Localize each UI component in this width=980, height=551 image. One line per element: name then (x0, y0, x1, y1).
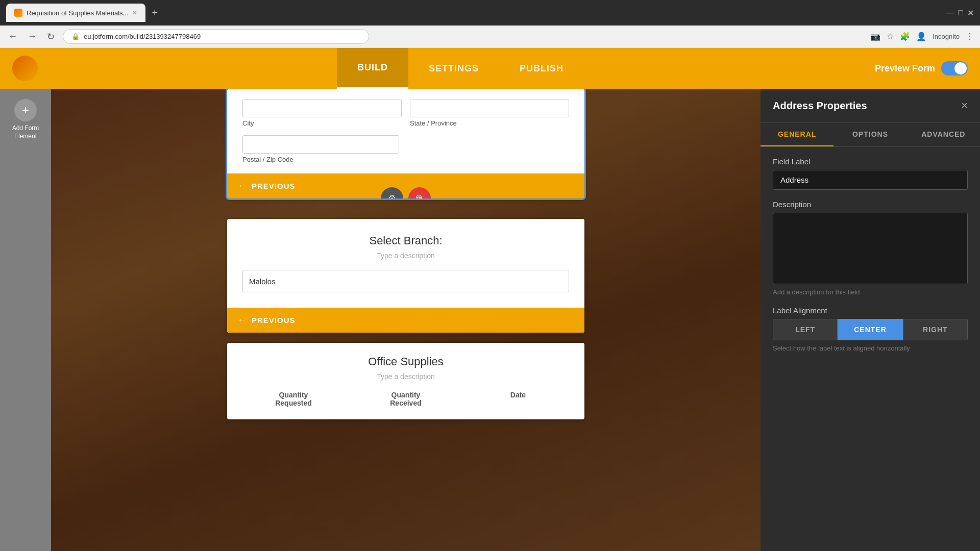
tab-advanced[interactable]: ADVANCED (907, 123, 980, 146)
browser-icons: 📷 ☆ 🧩 👤 Incognito ⋮ (870, 32, 974, 41)
tab-title: Requisition of Supplies Materials... (27, 9, 128, 17)
table-headers: QuantityRequested QuantityReceived Date (242, 391, 569, 407)
branch-input[interactable] (242, 270, 569, 292)
left-sidebar: + Add FormElement (0, 89, 51, 551)
refresh-btn[interactable]: ↻ (45, 29, 57, 44)
alignment-buttons: LEFT CENTER RIGHT (773, 319, 968, 340)
tab-bar: Requisition of Supplies Materials... ✕ + (6, 4, 942, 22)
new-tab-btn[interactable]: + (148, 5, 162, 21)
branch-prev-arrow: ← (237, 315, 247, 325)
properties-panel: Address Properties × GENERAL OPTIONS ADV… (761, 89, 980, 551)
back-btn[interactable]: ← (6, 29, 19, 44)
settings-float-btn[interactable]: ⚙ (381, 187, 403, 198)
tab-general[interactable]: GENERAL (761, 123, 834, 146)
office-card-body: Office Supplies Type a description Quant… (227, 343, 584, 419)
add-form-label: Add FormElement (12, 124, 39, 140)
state-field: State / Province (410, 99, 569, 127)
state-input[interactable] (410, 99, 569, 117)
panel-close-btn[interactable]: × (961, 99, 968, 112)
main-nav: BUILD SETTINGS PUBLISH (46, 48, 875, 89)
align-left-btn[interactable]: LEFT (773, 319, 838, 340)
delete-float-btn[interactable]: 🗑 (408, 187, 431, 198)
office-desc: Type a description (242, 372, 569, 381)
branch-desc: Type a description (242, 252, 569, 260)
app-logo (12, 56, 38, 81)
url-bar[interactable]: 🔒 eu.jotform.com/build/231393247798469 (63, 29, 369, 44)
branch-title: Select Branch: (242, 234, 569, 247)
tab-close-btn[interactable]: ✕ (132, 9, 137, 16)
incognito-label: Incognito (933, 33, 960, 40)
prev-btn-label: PREVIOUS (252, 182, 296, 190)
field-label-section: Field Label (773, 157, 968, 190)
minimize-btn[interactable]: ― (946, 8, 954, 18)
tab-favicon (14, 9, 22, 17)
form-canvas-area: City State / Province Postal / Zip Code … (51, 89, 761, 551)
close-btn[interactable]: ✕ (967, 8, 974, 18)
preview-toggle[interactable] (941, 61, 968, 76)
col-date: Date (467, 391, 569, 407)
tab-options[interactable]: OPTIONS (834, 123, 906, 146)
menu-icon[interactable]: ⋮ (966, 32, 974, 41)
description-heading: Description (773, 200, 968, 209)
toggle-knob (954, 62, 967, 74)
app-header: BUILD SETTINGS PUBLISH Preview Form (0, 48, 980, 89)
address-card[interactable]: City State / Province Postal / Zip Code … (227, 89, 584, 198)
window-controls: ― □ ✕ (946, 8, 974, 18)
nav-settings[interactable]: SETTINGS (408, 48, 499, 89)
preview-form-area: Preview Form (875, 61, 968, 76)
main-layout: + Add FormElement City S (0, 89, 980, 551)
description-textarea[interactable] (773, 213, 968, 284)
postal-field: Postal / Zip Code (242, 135, 569, 163)
city-input[interactable] (242, 99, 402, 117)
panel-tabs: GENERAL OPTIONS ADVANCED (761, 123, 980, 147)
field-label-heading: Field Label (773, 157, 968, 166)
form-canvas: City State / Province Postal / Zip Code … (51, 89, 761, 551)
branch-prev-label: PREVIOUS (252, 316, 296, 324)
alignment-section: Label Alignment LEFT CENTER RIGHT Select… (773, 306, 968, 352)
incognito-badge: Incognito (933, 33, 960, 40)
branch-card[interactable]: Select Branch: Type a description ← PREV… (227, 219, 584, 333)
add-form-element-btn[interactable]: + Add FormElement (12, 99, 39, 140)
city-label: City (242, 119, 402, 127)
state-label: State / Province (410, 119, 569, 127)
forward-btn[interactable]: → (26, 29, 39, 44)
office-title: Office Supplies (242, 355, 569, 368)
lock-icon: 🔒 (71, 33, 80, 40)
branch-prev-btn[interactable]: ← PREVIOUS (227, 308, 584, 333)
postal-input[interactable] (242, 135, 399, 154)
col-qty-requested: QuantityRequested (242, 391, 345, 407)
alignment-hint: Select how the label text is aligned hor… (773, 344, 968, 352)
field-label-input[interactable] (773, 170, 968, 190)
postal-label: Postal / Zip Code (242, 156, 569, 163)
add-form-icon: + (14, 99, 37, 121)
col-qty-received: QuantityReceived (355, 391, 457, 407)
preview-form-label: Preview Form (875, 63, 935, 74)
nav-build[interactable]: BUILD (337, 48, 408, 89)
align-right-btn[interactable]: RIGHT (903, 319, 968, 340)
url-text: eu.jotform.com/build/231393247798469 (84, 33, 201, 40)
extensions-icon[interactable]: 🧩 (900, 32, 910, 41)
alignment-heading: Label Alignment (773, 306, 968, 315)
panel-content: Field Label Description Add a descriptio… (761, 147, 980, 362)
city-field: City (242, 99, 402, 127)
address-card-body: City State / Province Postal / Zip Code (227, 89, 584, 173)
address-fields-row: City State / Province (242, 99, 569, 127)
camera-icon[interactable]: 📷 (870, 32, 880, 41)
panel-title: Address Properties (773, 100, 867, 112)
star-icon[interactable]: ☆ (887, 32, 894, 41)
nav-publish[interactable]: PUBLISH (499, 48, 584, 89)
profile-icon[interactable]: 👤 (916, 32, 926, 41)
active-tab[interactable]: Requisition of Supplies Materials... ✕ (6, 4, 145, 22)
float-actions: ⚙ 🗑 (381, 187, 431, 198)
description-hint: Add a description for this field (773, 288, 968, 296)
prev-arrow-icon: ← (237, 181, 247, 191)
browser-chrome: Requisition of Supplies Materials... ✕ +… (0, 0, 980, 26)
address-bar: ← → ↻ 🔒 eu.jotform.com/build/23139324779… (0, 26, 980, 48)
panel-header: Address Properties × (761, 89, 980, 123)
maximize-btn[interactable]: □ (958, 8, 963, 18)
branch-card-body: Select Branch: Type a description (227, 219, 584, 308)
office-card[interactable]: Office Supplies Type a description Quant… (227, 343, 584, 419)
description-section: Description Add a description for this f… (773, 200, 968, 296)
align-center-btn[interactable]: CENTER (838, 319, 902, 340)
